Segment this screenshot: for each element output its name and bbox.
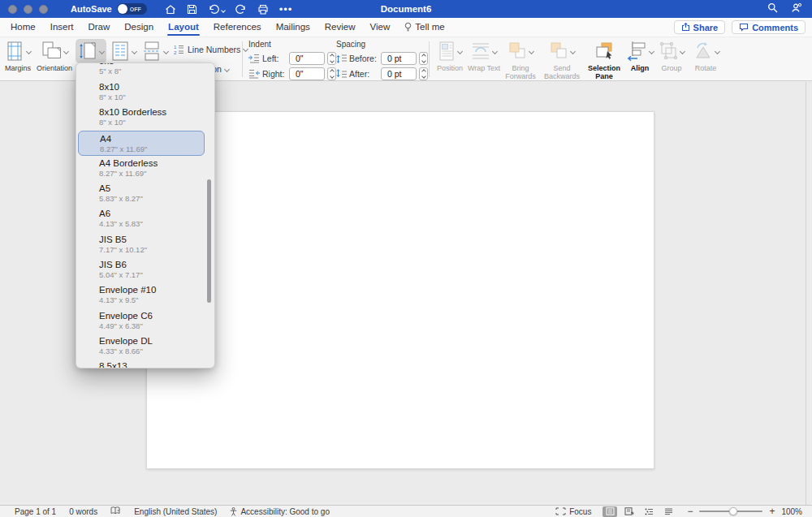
send-backwards-icon xyxy=(549,41,568,62)
tab-home[interactable]: Home xyxy=(3,19,43,36)
autosave-state: OFF xyxy=(130,6,141,12)
group-button[interactable]: Group xyxy=(656,39,687,81)
rotate-button[interactable]: Rotate xyxy=(689,39,722,81)
undo-menu-chevron[interactable] xyxy=(221,8,226,13)
comments-button[interactable]: Comments xyxy=(732,20,806,34)
tab-draw[interactable]: Draw xyxy=(80,19,117,36)
align-chevron xyxy=(649,48,654,54)
word-count[interactable]: 0 words xyxy=(69,507,97,516)
columns-button[interactable] xyxy=(109,39,138,63)
page-count[interactable]: Page 1 of 1 xyxy=(15,507,56,516)
size-option[interactable]: 8x10 8" x 10" xyxy=(76,80,214,105)
zoom-slider-knob[interactable] xyxy=(729,507,737,515)
margins-button[interactable]: Margins xyxy=(2,39,34,72)
size-option[interactable]: Envelope DL 4.33" x 8.66" xyxy=(76,334,214,359)
fullscreen-button[interactable] xyxy=(39,5,48,14)
breaks-chevron xyxy=(163,48,169,54)
title-bar: AutoSave OFF ••• Doc xyxy=(0,0,812,18)
autosave-control[interactable]: AutoSave OFF xyxy=(71,3,147,15)
margins-chevron xyxy=(26,48,32,54)
focus-button[interactable]: Focus xyxy=(555,507,591,516)
tab-view[interactable]: View xyxy=(363,19,398,36)
size-option[interactable]: Envelope C6 4.49" x 6.38" xyxy=(76,308,214,334)
draft-view-button[interactable] xyxy=(661,506,676,517)
ribbon-tabs: Home Insert Draw Design Layout Reference… xyxy=(0,18,812,37)
indent-header: Indent xyxy=(248,40,336,49)
indent-left-stepper[interactable] xyxy=(327,52,336,65)
tab-layout[interactable]: Layout xyxy=(161,19,206,36)
tab-references[interactable]: References xyxy=(206,19,269,36)
size-option[interactable]: A5 5.83" x 8.27" xyxy=(76,181,214,206)
outline-view-button[interactable] xyxy=(641,506,656,517)
spacing-after-label: After: xyxy=(349,69,378,79)
document-page[interactable] xyxy=(146,111,654,469)
undo-icon[interactable] xyxy=(208,4,225,15)
indent-left-label: Left: xyxy=(262,54,287,63)
redo-icon[interactable] xyxy=(235,4,247,15)
size-chevron xyxy=(99,48,105,54)
size-option-selected[interactable]: A4 8.27" x 11.69" xyxy=(78,131,205,156)
send-backwards-button[interactable]: Send Backwards xyxy=(542,39,582,81)
share-button[interactable]: Share xyxy=(674,20,726,34)
tab-tell-me[interactable]: Tell me xyxy=(397,19,451,37)
breaks-button[interactable] xyxy=(140,39,171,63)
focus-icon xyxy=(555,507,566,515)
print-icon[interactable] xyxy=(257,4,269,15)
wrap-text-chevron xyxy=(492,48,498,54)
spacing-before-stepper[interactable] xyxy=(419,52,428,65)
wrap-text-icon xyxy=(471,41,490,62)
orientation-button[interactable]: Orientation xyxy=(36,39,73,72)
indent-right-stepper[interactable] xyxy=(327,67,336,80)
size-option[interactable]: A4 Borderless 8.27" x 11.69" xyxy=(76,156,214,181)
wrap-text-button[interactable]: Wrap Text xyxy=(469,39,499,81)
tab-insert[interactable]: Insert xyxy=(43,19,81,36)
bring-forwards-button[interactable]: Bring Forwards xyxy=(502,39,539,81)
indent-right-icon xyxy=(248,69,260,79)
save-icon[interactable] xyxy=(187,4,197,15)
zoom-slider[interactable] xyxy=(699,511,762,512)
zoom-in-button[interactable]: + xyxy=(769,506,775,517)
menu-scrollbar[interactable] xyxy=(207,179,211,303)
more-commands-icon[interactable]: ••• xyxy=(279,4,293,15)
size-option[interactable]: 8x10 Borderless 8" x 10" xyxy=(76,105,214,130)
proofing-icon[interactable] xyxy=(110,506,121,516)
autosave-toggle[interactable]: OFF xyxy=(117,3,147,15)
spacing-after-input[interactable]: 0 pt xyxy=(381,67,417,80)
svg-text:1: 1 xyxy=(174,45,177,50)
arrange-group: Position Wrap Text xyxy=(434,39,722,81)
tab-design[interactable]: Design xyxy=(117,19,161,36)
search-icon[interactable] xyxy=(767,2,778,16)
spacing-before-input[interactable]: 0 pt xyxy=(381,52,417,65)
size-option[interactable]: 8.5x13 xyxy=(76,359,214,368)
indent-right-input[interactable]: 0" xyxy=(289,67,325,80)
home-icon[interactable] xyxy=(165,4,176,15)
align-button[interactable]: Align xyxy=(626,39,654,81)
selection-pane-button[interactable]: Selection Pane xyxy=(585,39,624,81)
tab-review[interactable]: Review xyxy=(317,19,363,36)
web-layout-view-button[interactable] xyxy=(622,506,637,517)
size-option[interactable]: JIS B6 5.04" x 7.17" xyxy=(76,257,214,282)
paper-size-menu: 5x8 5" x 8" 8x10 8" x 10" 8x10 Borderles… xyxy=(76,62,215,368)
language-status[interactable]: English (United States) xyxy=(134,507,217,516)
close-button[interactable] xyxy=(8,5,17,14)
menu-clipped-top: 5x8 5" x 8" xyxy=(76,63,214,80)
print-layout-view-button[interactable] xyxy=(603,506,617,517)
zoom-out-button[interactable]: − xyxy=(687,506,693,517)
tab-mailings[interactable]: Mailings xyxy=(269,19,317,36)
accessibility-status[interactable]: Accessibility: Good to go xyxy=(230,507,330,516)
minimize-button[interactable] xyxy=(24,5,32,14)
accessibility-icon xyxy=(230,507,237,516)
breaks-icon xyxy=(142,41,162,62)
size-option[interactable]: Envelope #10 4.13" x 9.5" xyxy=(76,282,214,308)
zoom-level[interactable]: 100% xyxy=(781,507,802,516)
indent-left-input[interactable]: 0" xyxy=(289,52,325,65)
position-button[interactable]: Position xyxy=(434,39,466,81)
size-option[interactable]: A6 4.13" x 5.83" xyxy=(76,206,214,231)
orientation-chevron xyxy=(63,48,69,54)
account-icon[interactable] xyxy=(791,2,802,16)
spacing-after-stepper[interactable] xyxy=(419,67,428,80)
line-numbers-button[interactable]: 1 2 Line Numbers xyxy=(174,44,248,54)
size-option[interactable]: 5x8 5" x 8" xyxy=(76,63,214,79)
size-option[interactable]: JIS B5 7.17" x 10.12" xyxy=(76,232,214,257)
size-button[interactable] xyxy=(75,39,107,63)
